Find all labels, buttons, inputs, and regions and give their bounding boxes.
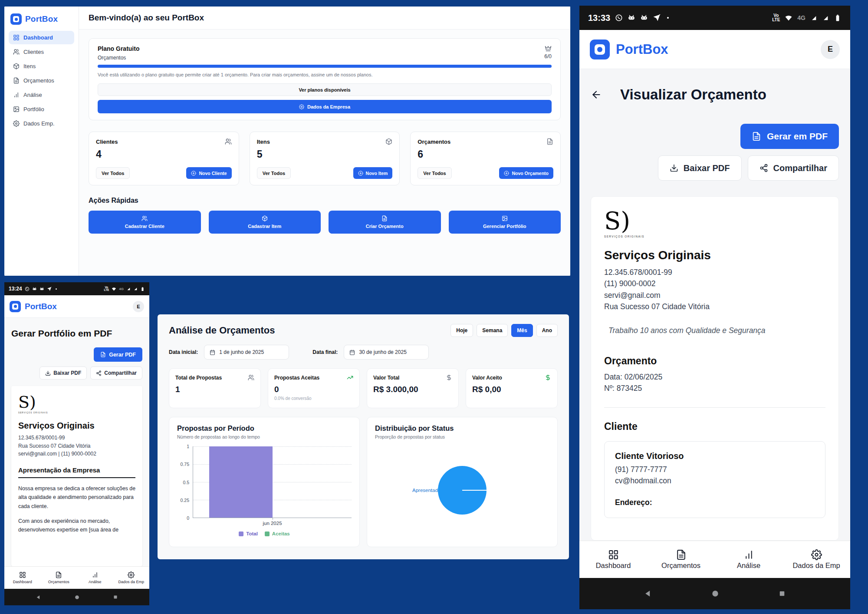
package-icon [262,215,268,221]
date-start-input[interactable]: 1 de junho de 2025 [204,345,289,360]
sidebar-item-dados-emp[interactable]: Dados Emp. [9,117,74,130]
sidebar-item-dashboard[interactable]: Dashboard [9,31,74,44]
avatar[interactable]: E [133,301,144,312]
dollar-icon [446,374,452,381]
portbox-logo[interactable]: PortBox [9,11,74,31]
users-icon [13,49,20,55]
brand-name: PortBox [25,302,57,311]
pie-slice-apresentado[interactable] [438,466,487,515]
sidebar-item-clientes[interactable]: Clientes [9,45,74,59]
x-axis-label: jun 2025 [263,521,282,526]
create-budget-button[interactable]: Criar Orçamento [329,211,441,234]
company-cnpj: 12.345.678/0001-99 [604,267,825,278]
sidebar-item-analise[interactable]: Análise [9,88,74,102]
signal-icon [133,287,138,291]
status-bar: 13:33 VoLTE 4G [579,6,850,30]
welcome-title: Bem-vindo(a) ao seu PortBox [89,13,561,23]
nav-analise[interactable]: Análise [77,567,113,589]
client-email: cv@hodmail.con [615,475,815,486]
register-client-button[interactable]: Cadastrar Cliente [89,211,201,234]
android-back-button[interactable] [36,594,41,600]
nav-analise[interactable]: Análise [715,541,783,578]
nav-dados-emp[interactable]: Dados da Emp [783,541,850,578]
android-recents-button[interactable] [113,594,118,600]
download-pdf-button[interactable]: Baixar PDF [39,366,87,380]
trending-up-icon [347,374,353,381]
nav-dashboard[interactable]: Dashboard [579,541,647,578]
nav-orcamentos[interactable]: Orçamentos [41,567,77,589]
date-start-label: Data inicial: [169,349,198,355]
gear-icon [128,571,135,578]
plus-circle-icon [191,171,196,176]
generate-pdf-button[interactable]: Gerar PDF [94,347,142,362]
sidebar-item-orcamentos[interactable]: Orçamentos [9,74,74,87]
notification-dot-icon [665,15,671,20]
new-client-button[interactable]: Novo Cliente [186,167,231,179]
nav-dashboard[interactable]: Dashboard [4,567,41,589]
company-email: servi@gnail.com [604,290,825,301]
view-all-items-button[interactable]: Ver Todos [257,167,291,179]
company-monogram-caption: SERVIÇOS ORIGINAIS [604,235,825,238]
users-icon [225,138,232,145]
file-text-icon [546,138,553,145]
stat-value: 5 [257,149,393,160]
new-item-button[interactable]: Novo Item [353,167,393,179]
stat-card-total-propostas: Total de Propostas 1 [169,368,261,408]
image-icon [502,215,508,221]
register-item-button[interactable]: Cadastrar Item [209,211,321,234]
period-hoje-button[interactable]: Hoje [450,324,473,337]
period-mes-button[interactable]: Mês [511,324,533,337]
company-slogan: Trabalho 10 anos com Qualidade e Seguran… [608,326,825,335]
android-nav-bar [4,589,149,605]
period-ano-button[interactable]: Ano [536,324,558,337]
dollar-icon [545,374,551,381]
file-text-icon [100,352,106,357]
bar-chart-card: Propostas por Período Número de proposta… [169,417,360,547]
telegram-icon [653,14,661,22]
clock: 13:24 [9,286,22,292]
nav-dados-emp[interactable]: Dados da Emp [113,567,150,589]
avatar[interactable]: E [821,40,840,59]
share-button[interactable]: Compartilhar [748,155,839,181]
android-home-button[interactable] [711,589,720,598]
file-text-icon [752,132,761,141]
bottom-nav: Dashboard Orçamentos Análise Dados da Em… [4,566,149,589]
company-data-button[interactable]: Dados da Empresa [98,100,552,113]
page-title: Gerar Portfólio em PDF [11,328,142,339]
package-icon [13,63,20,69]
generate-pdf-button[interactable]: Gerar em PDF [740,124,839,149]
analysis-title: Análise de Orçamentos [169,325,275,336]
notification-dot-icon [54,287,58,291]
company-contact: servi@gnail.com | (11) 9000-0002 [18,450,135,458]
download-pdf-button[interactable]: Baixar PDF [658,155,742,181]
app-icon [628,14,635,22]
view-all-clients-button[interactable]: Ver Todos [96,167,130,179]
android-back-button[interactable] [644,589,652,598]
pie-chart-title: Distribuição por Status [375,424,549,432]
bar-total-jun-2025[interactable] [209,446,273,518]
android-recents-button[interactable] [778,590,786,597]
period-semana-button[interactable]: Semana [477,324,508,337]
sidebar-item-label: Portfólio [23,106,44,112]
pie-chart-card: Distribuição por Status Proporção de pro… [367,417,558,547]
share-button[interactable]: Compartilhar [90,366,142,380]
dashboard-grid-icon [608,549,619,560]
nav-orcamentos[interactable]: Orçamentos [647,541,715,578]
android-home-button[interactable] [74,594,80,600]
back-arrow-button[interactable] [591,89,602,100]
file-text-icon [381,215,388,221]
new-budget-button[interactable]: Novo Orçamento [499,167,553,179]
plus-circle-icon [504,171,509,176]
budget-section-title: Orçamento [604,355,825,367]
date-end-input[interactable]: 30 de junho de 2025 [344,345,429,360]
android-nav-bar [579,578,850,609]
plan-card: Plano Gratuito Orçamentos 6/0 Você está … [89,38,561,120]
manage-portfolio-button[interactable]: Gerenciar Portfólio [449,211,561,234]
pie-chart-subtitle: Proporção de propostas por status [375,434,549,439]
download-icon [670,164,678,172]
file-text-icon [676,549,687,560]
view-plans-button[interactable]: Ver planos disponíveis [98,83,552,96]
view-all-budgets-button[interactable]: Ver Todos [418,167,451,179]
sidebar-item-portfolio[interactable]: Portfólio [9,102,74,116]
sidebar-item-itens[interactable]: Itens [9,59,74,73]
